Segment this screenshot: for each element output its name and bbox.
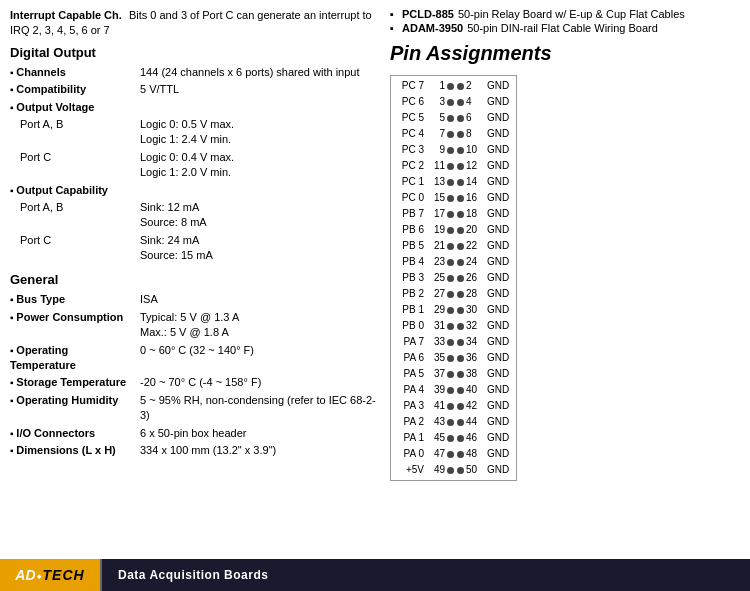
pin-num-right: 6	[466, 110, 484, 126]
pin-num-right: 26	[466, 270, 484, 286]
pin-left-label: PC 4	[395, 126, 427, 142]
spec-label-indent: Port C	[10, 149, 140, 182]
spec-label: Output Voltage	[10, 99, 140, 116]
pin-right-label: GND	[484, 254, 512, 270]
pin-dot-left	[447, 403, 454, 410]
pin-dot-left	[447, 163, 454, 170]
pin-dot-left	[447, 387, 454, 394]
adam-item-3950: ▪ ADAM-3950 50-pin DIN-rail Flat Cable W…	[390, 22, 740, 34]
pin-right-label: GND	[484, 142, 512, 158]
pin-row: PB 5 21 22 GND	[395, 238, 512, 254]
interrupt-section: Interrupt Capable Ch. Bits 0 and 3 of Po…	[10, 8, 380, 39]
footer: AD⬥TECH Data Acquisition Boards	[0, 559, 750, 591]
pin-dot-left	[447, 323, 454, 330]
pin-left-label: PA 1	[395, 430, 427, 446]
pin-left-label: PA 2	[395, 414, 427, 430]
pin-num-left: 15	[427, 190, 445, 206]
pin-dot-right	[457, 355, 464, 362]
pin-dot-right	[457, 259, 464, 266]
pin-row: PC 0 15 16 GND	[395, 190, 512, 206]
pin-dots	[445, 451, 466, 458]
spec-row-channels: Channels 144 (24 channels x 6 ports) sha…	[10, 64, 380, 81]
adam-items: ▪ PCLD-885 50-pin Relay Board w/ E-up & …	[390, 8, 740, 34]
pin-dots	[445, 259, 466, 266]
pin-left-label: PC 2	[395, 158, 427, 174]
spec-row-portab: Port A, B Logic 0: 0.5 V max.Logic 1: 2.…	[10, 116, 380, 149]
pin-num-right: 40	[466, 382, 484, 398]
pin-dot-left	[447, 339, 454, 346]
pin-num-left: 25	[427, 270, 445, 286]
spec-label: Compatibility	[10, 81, 140, 98]
pin-right-label: GND	[484, 78, 512, 94]
pin-num-right: 2	[466, 78, 484, 94]
pin-row: PC 6 3 4 GND	[395, 94, 512, 110]
spec-label: I/O Connectors	[10, 425, 140, 442]
pin-dot-right	[457, 451, 464, 458]
pin-row: PB 6 19 20 GND	[395, 222, 512, 238]
pin-row: PA 2 43 44 GND	[395, 414, 512, 430]
spec-value: 334 x 100 mm (13.2" x 3.9")	[140, 442, 380, 459]
pin-right-label: GND	[484, 302, 512, 318]
spec-row-portc2: Port C Sink: 24 mASource: 15 mA	[10, 232, 380, 265]
pin-num-right: 38	[466, 366, 484, 382]
spec-label-indent: Port C	[10, 232, 140, 265]
pin-dots	[445, 339, 466, 346]
pin-dots	[445, 227, 466, 234]
adam-value-3950: 50-pin DIN-rail Flat Cable Wiring Board	[467, 22, 658, 34]
pin-num-right: 28	[466, 286, 484, 302]
pin-num-left: 47	[427, 446, 445, 462]
spec-value	[140, 99, 380, 116]
pin-dot-left	[447, 451, 454, 458]
pin-dot-left	[447, 83, 454, 90]
pin-dots	[445, 291, 466, 298]
pin-dots	[445, 323, 466, 330]
pin-right-label: GND	[484, 222, 512, 238]
pin-num-right: 22	[466, 238, 484, 254]
pin-right-label: GND	[484, 158, 512, 174]
interrupt-label: Interrupt Capable Ch.	[10, 9, 122, 21]
spec-label: Channels	[10, 64, 140, 81]
pin-num-right: 34	[466, 334, 484, 350]
pin-dots	[445, 147, 466, 154]
pin-left-label: PA 5	[395, 366, 427, 382]
pin-dot-right	[457, 467, 464, 474]
pin-left-label: +5V	[395, 462, 427, 478]
pin-left-label: PC 6	[395, 94, 427, 110]
pin-num-right: 10	[466, 142, 484, 158]
pin-num-right: 14	[466, 174, 484, 190]
pin-row: PC 2 11 12 GND	[395, 158, 512, 174]
pin-dots	[445, 99, 466, 106]
pin-num-right: 32	[466, 318, 484, 334]
pin-dot-left	[447, 435, 454, 442]
pin-dot-right	[457, 435, 464, 442]
pin-left-label: PB 0	[395, 318, 427, 334]
spec-row-bus: Bus Type ISA	[10, 291, 380, 308]
pin-num-right: 8	[466, 126, 484, 142]
pin-right-label: GND	[484, 334, 512, 350]
pin-row: +5V 49 50 GND	[395, 462, 512, 478]
pin-right-label: GND	[484, 94, 512, 110]
pin-dot-right	[457, 131, 464, 138]
digital-output-title: Digital Output	[10, 45, 380, 60]
spec-value	[140, 182, 380, 199]
spec-row-dimensions: Dimensions (L x H) 334 x 100 mm (13.2" x…	[10, 442, 380, 459]
pin-num-left: 23	[427, 254, 445, 270]
pin-row: PC 3 9 10 GND	[395, 142, 512, 158]
pin-num-left: 19	[427, 222, 445, 238]
digital-output-table: Channels 144 (24 channels x 6 ports) sha…	[10, 64, 380, 265]
pin-row: PB 0 31 32 GND	[395, 318, 512, 334]
spec-row-outcap: Output Capability	[10, 182, 380, 199]
pin-right-label: GND	[484, 430, 512, 446]
pin-num-right: 30	[466, 302, 484, 318]
pin-num-right: 16	[466, 190, 484, 206]
pin-num-left: 7	[427, 126, 445, 142]
pin-dot-left	[447, 115, 454, 122]
pin-right-label: GND	[484, 174, 512, 190]
general-title: General	[10, 272, 380, 287]
left-column: Interrupt Capable Ch. Bits 0 and 3 of Po…	[10, 8, 380, 481]
pin-left-label: PB 7	[395, 206, 427, 222]
pin-left-label: PA 3	[395, 398, 427, 414]
spec-value: 0 ~ 60° C (32 ~ 140° F)	[140, 342, 380, 375]
spec-row-stotemp: Storage Temperature -20 ~ 70° C (-4 ~ 15…	[10, 374, 380, 391]
pin-dot-right	[457, 99, 464, 106]
